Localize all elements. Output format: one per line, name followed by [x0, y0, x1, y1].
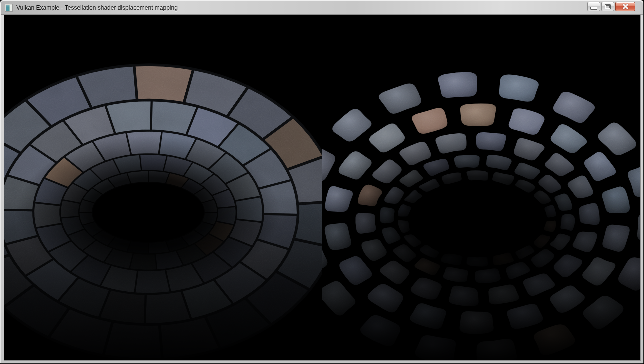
- app-window: Vulkan Example - Tessellation shader dis…: [0, 0, 644, 364]
- maximize-button[interactable]: [602, 2, 614, 12]
- caption-buttons: [588, 2, 636, 12]
- view-flat-torus: [4, 15, 322, 360]
- torus-displaced-render: [322, 15, 640, 360]
- view-displaced-torus: [322, 15, 640, 360]
- render-viewport[interactable]: [4, 15, 640, 360]
- torus-flat-render: [4, 15, 322, 360]
- titlebar[interactable]: Vulkan Example - Tessellation shader dis…: [1, 1, 643, 15]
- minimize-button[interactable]: [588, 2, 600, 12]
- close-icon: [622, 4, 629, 10]
- window-title: Vulkan Example - Tessellation shader dis…: [16, 4, 178, 12]
- minimize-icon: [590, 7, 598, 10]
- maximize-icon: [605, 4, 611, 10]
- close-button[interactable]: [616, 2, 636, 12]
- app-icon: [5, 4, 13, 12]
